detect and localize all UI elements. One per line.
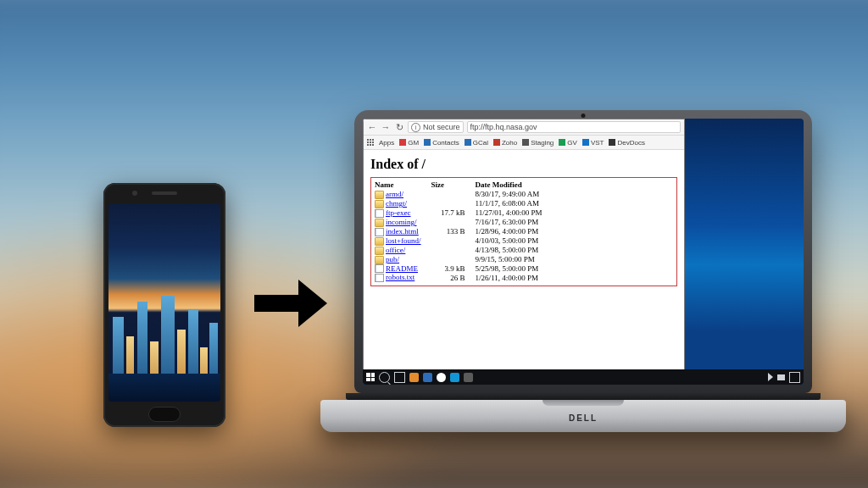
bookmark-icon <box>522 139 529 146</box>
table-row: office/4/13/98, 5:00:00 PM <box>375 246 553 255</box>
table-row: pub/9/9/15, 5:00:00 PM <box>375 255 553 264</box>
address-bar[interactable]: ftp://ftp.hq.nasa.gov <box>467 121 681 133</box>
table-row: robots.txt26 B1/26/11, 4:00:00 PM <box>375 273 553 282</box>
bookmark-item[interactable]: GCal <box>465 139 488 147</box>
bookmark-item[interactable]: Zoho <box>493 139 517 147</box>
taskbar-search-icon[interactable] <box>379 372 390 383</box>
browser-toolbar: ← → ↻ i Not secure ftp://ftp.hq.nasa.gov <box>364 119 684 136</box>
table-row: armd/8/30/17, 9:49:00 AM <box>375 190 553 199</box>
bookmark-label: DevDocs <box>617 139 644 147</box>
bookmark-item[interactable]: Staging <box>522 139 554 147</box>
bookmark-label: VST <box>591 139 604 147</box>
taskbar-app-icon[interactable] <box>450 373 459 382</box>
bookmark-label: GM <box>408 139 419 147</box>
bookmark-item[interactable]: DevDocs <box>609 139 644 147</box>
start-button[interactable] <box>366 373 375 381</box>
back-button[interactable]: ← <box>367 122 377 132</box>
laptop-deck: DELL <box>320 400 846 432</box>
table-row: ftp-exec17.7 kB11/27/01, 4:00:00 PM <box>375 208 553 218</box>
directory-listing: Name Size Date Modified armd/8/30/17, 9:… <box>370 177 677 286</box>
bookmark-icon <box>609 139 615 146</box>
folder-icon <box>375 219 384 227</box>
entry-size: 133 B <box>431 227 465 236</box>
entry-link[interactable]: index.html <box>386 227 419 236</box>
col-size: Size <box>431 180 476 190</box>
entry-date: 1/26/11, 4:00:00 PM <box>476 273 553 282</box>
bookmark-item[interactable]: VST <box>582 139 604 147</box>
bookmark-item[interactable]: Contacts <box>424 139 459 147</box>
phone-wallpaper-skyline <box>108 292 220 402</box>
url-text: ftp://ftp.hq.nasa.gov <box>470 123 537 131</box>
entry-size: 17.7 kB <box>431 208 465 217</box>
bookmark-icon <box>493 139 500 146</box>
entry-link[interactable]: robots.txt <box>386 273 415 281</box>
entry-link[interactable]: pub/ <box>386 255 399 263</box>
forward-button[interactable]: → <box>381 122 391 132</box>
bookmark-list: GMContactsGCalZohoStagingGVVSTDevDocs <box>399 139 645 147</box>
bookmarks-bar: Apps GMContactsGCalZohoStagingGVVSTDevDo… <box>364 136 684 150</box>
taskbar-app-icon[interactable] <box>437 373 446 382</box>
laptop-lid: ← → ↻ i Not secure ftp://ftp.hq.nasa.gov <box>354 110 812 393</box>
entry-date: 9/9/15, 5:00:00 PM <box>476 255 553 264</box>
entry-link[interactable]: chmgt/ <box>386 199 407 208</box>
entry-date: 11/27/01, 4:00:00 PM <box>476 208 553 218</box>
security-chip[interactable]: i Not secure <box>408 121 464 133</box>
table-row: lost+found/4/10/03, 5:00:00 PM <box>375 236 553 246</box>
tray-icon[interactable] <box>768 373 773 381</box>
table-row: chmgt/11/1/17, 6:08:00 AM <box>375 199 553 208</box>
entry-link[interactable]: office/ <box>386 246 405 254</box>
folder-icon <box>375 256 384 264</box>
entry-size: 26 B <box>431 274 465 282</box>
bookmark-label: Zoho <box>502 139 517 147</box>
file-icon <box>375 264 384 273</box>
entry-link[interactable]: ftp-exec <box>386 208 410 217</box>
folder-icon <box>375 237 384 246</box>
table-row: incoming/7/16/17, 6:30:00 PM <box>375 218 553 227</box>
phone-front-camera <box>132 191 137 196</box>
bookmark-item[interactable]: GV <box>559 139 577 147</box>
entry-date: 5/25/98, 5:00:00 PM <box>476 264 553 274</box>
table-row: index.html133 B1/28/96, 4:00:00 PM <box>375 227 553 236</box>
bookmark-icon <box>559 139 565 146</box>
laptop-brand-label: DELL <box>569 413 598 423</box>
entry-link[interactable]: lost+found/ <box>386 236 421 245</box>
page-title: Index of / <box>370 157 677 172</box>
tray-icon[interactable] <box>777 374 785 380</box>
entry-link[interactable]: incoming/ <box>386 218 417 226</box>
phone-home-button[interactable] <box>148 407 181 422</box>
task-view-icon[interactable] <box>394 372 405 383</box>
apps-icon[interactable] <box>367 139 374 146</box>
apps-label[interactable]: Apps <box>379 139 394 147</box>
entry-link[interactable]: armd/ <box>386 190 403 198</box>
folder-icon <box>375 200 384 208</box>
entry-date: 11/1/17, 6:08:00 AM <box>476 199 553 208</box>
laptop-webcam <box>581 114 586 118</box>
taskbar-app-icon[interactable] <box>464 373 473 382</box>
col-date: Date Modified <box>476 180 553 190</box>
entry-date: 4/13/98, 5:00:00 PM <box>476 246 553 255</box>
folder-icon <box>375 191 384 199</box>
folder-icon <box>375 247 384 255</box>
bookmark-icon <box>399 139 406 146</box>
notifications-icon[interactable] <box>789 372 800 383</box>
bookmark-item[interactable]: GM <box>399 139 419 147</box>
taskbar-app-icon[interactable] <box>423 373 432 382</box>
arrow-right-icon <box>254 280 327 327</box>
entry-size: 3.9 kB <box>431 264 465 273</box>
entry-link[interactable]: README <box>386 264 418 273</box>
entry-date: 7/16/17, 6:30:00 PM <box>476 218 553 227</box>
laptop-screen: ← → ↻ i Not secure ftp://ftp.hq.nasa.gov <box>363 119 804 385</box>
taskbar-app-icon[interactable] <box>409 373 419 382</box>
bookmark-icon <box>424 139 431 146</box>
bookmark-label: Staging <box>531 139 554 147</box>
bookmark-label: Contacts <box>432 139 459 147</box>
security-label: Not secure <box>423 123 460 131</box>
reload-button[interactable]: ↻ <box>394 122 404 132</box>
bookmark-icon <box>582 139 589 146</box>
laptop-hinge <box>346 393 821 400</box>
browser-window: ← → ↻ i Not secure ftp://ftp.hq.nasa.gov <box>363 119 685 371</box>
info-icon: i <box>411 123 420 132</box>
listing-table: Name Size Date Modified armd/8/30/17, 9:… <box>375 180 553 282</box>
bookmark-label: GV <box>567 139 577 147</box>
bookmark-label: GCal <box>473 139 488 147</box>
